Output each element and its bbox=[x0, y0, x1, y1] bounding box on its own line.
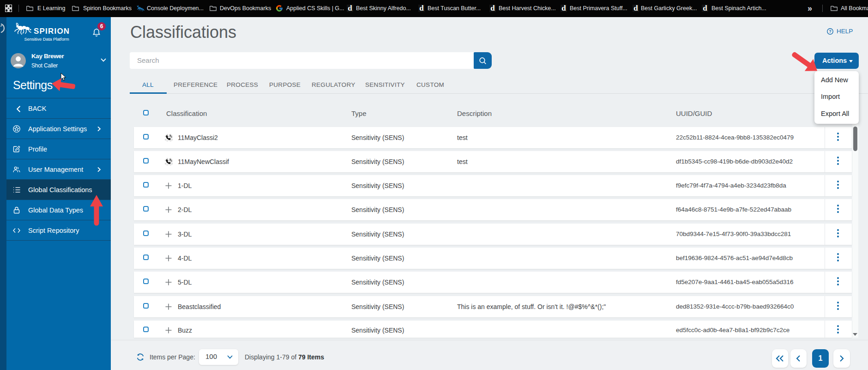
svg-text:?: ? bbox=[829, 29, 832, 34]
